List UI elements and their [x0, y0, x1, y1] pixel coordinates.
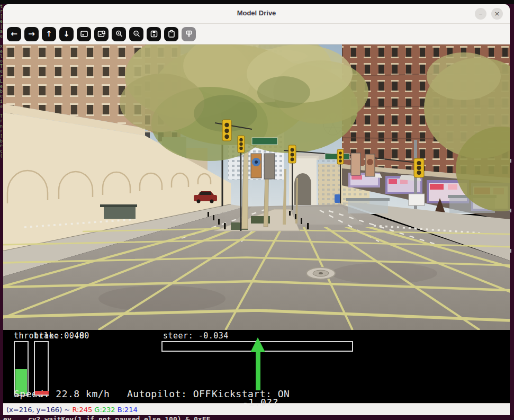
pixel-blue-value: B:214 [118, 406, 138, 414]
pan-right-button[interactable]: → [24, 27, 39, 41]
image-icon [80, 30, 88, 38]
arrow-up-icon: ↑ [46, 30, 52, 38]
clipboard-icon [167, 30, 176, 38]
image-display-area[interactable]: throttle: 0.48 brake: 0.00 steer: -0.034… [3, 44, 510, 403]
pan-up-button[interactable]: ↑ [42, 27, 56, 41]
image-magnifier-icon [97, 30, 106, 38]
titlebar[interactable]: Model Drive – × [3, 4, 510, 24]
pan-down-button[interactable]: ↓ [59, 27, 74, 41]
minimize-button[interactable]: – [475, 8, 486, 20]
camera-scene [3, 44, 510, 330]
hud-overlay: throttle: 0.48 brake: 0.00 steer: -0.034… [3, 330, 510, 403]
pixel-red-value: R:245 [72, 406, 92, 414]
zoom-out-button[interactable] [129, 27, 143, 41]
floppy-save-icon [150, 30, 158, 38]
toolbar: ← → ↑ ↓ [3, 24, 510, 44]
properties-window-button[interactable] [182, 27, 196, 41]
speed-label: Speed: 22.8 km/h [14, 388, 110, 399]
model-drive-window: Model Drive – × ← → ↑ ↓ [3, 4, 510, 415]
window-title: Model Drive [3, 9, 510, 17]
zoom-in-icon [115, 30, 123, 38]
brake-marker [35, 391, 49, 395]
brake-label: brake: 0.00 [34, 331, 89, 341]
zoom-out-icon [132, 30, 141, 38]
autopilot-label: Autopilot: OFF [127, 388, 211, 399]
terminal-bottom-line: ey cv2.waitKey(1 if not paused else 100)… [0, 415, 514, 420]
copy-clipboard-button[interactable] [164, 27, 178, 41]
brush-properties-icon [185, 30, 193, 38]
steer-label: steer: -0.034 [163, 331, 229, 341]
steer-arrow-icon [246, 336, 269, 394]
pan-left-button[interactable]: ← [7, 27, 21, 41]
arrow-down-icon: ↓ [63, 30, 70, 38]
model-steer-value: -1.0?? [242, 397, 278, 408]
zoom-region-button[interactable] [94, 27, 109, 41]
arrow-right-icon: → [28, 30, 35, 38]
save-button[interactable] [147, 27, 161, 41]
brake-bar [34, 341, 49, 396]
pixel-green-value: G:232 [94, 406, 115, 414]
manhole-cover [306, 267, 335, 279]
arrow-left-icon: ← [11, 30, 17, 38]
close-button[interactable]: × [491, 8, 503, 20]
throttle-bar [14, 341, 29, 396]
background-top-strip [0, 0, 514, 4]
terminal-right-fragment [510, 4, 514, 420]
terminal-command-text: ey cv2.waitKey(1 if not paused else 100)… [3, 416, 210, 420]
reset-zoom-button[interactable] [77, 27, 91, 41]
pixel-coords: (x=216, y=166) ~ [6, 406, 72, 414]
zoom-in-button[interactable] [112, 27, 126, 41]
